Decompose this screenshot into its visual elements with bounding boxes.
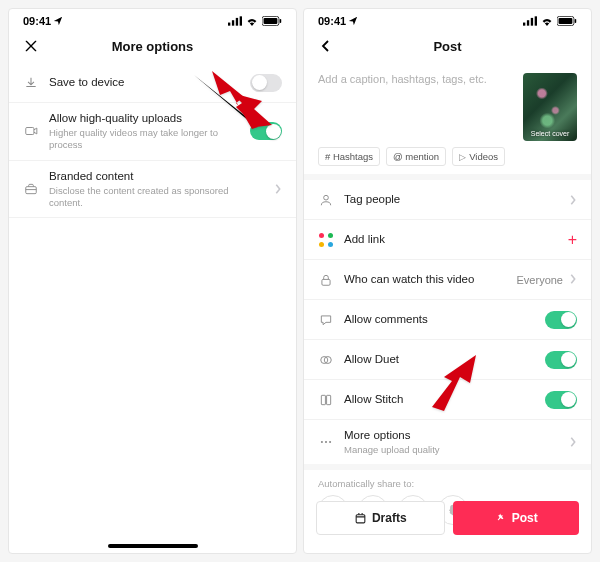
svg-point-18 xyxy=(324,195,329,200)
row-label: Allow Duet xyxy=(344,352,535,367)
status-bar: 09:41 xyxy=(9,9,296,29)
page-title: Post xyxy=(433,39,461,54)
svg-rect-14 xyxy=(535,16,537,25)
row-label: Who can watch this video xyxy=(344,272,507,287)
svg-rect-7 xyxy=(26,128,34,135)
status-time: 09:41 xyxy=(23,15,51,27)
svg-rect-12 xyxy=(527,20,529,25)
row-label: Allow Stitch xyxy=(344,392,535,407)
chevron-right-icon xyxy=(569,436,577,448)
bottom-actions: Drafts Post xyxy=(304,501,591,535)
row-privacy[interactable]: Who can watch this video Everyone xyxy=(304,260,591,300)
chevron-right-icon xyxy=(569,273,577,287)
nav-bar: More options xyxy=(9,29,296,63)
svg-rect-11 xyxy=(523,23,525,26)
row-label: Allow comments xyxy=(344,312,535,327)
briefcase-icon xyxy=(23,181,39,197)
row-label: More options xyxy=(344,428,559,443)
comment-icon xyxy=(318,312,334,328)
play-icon: ▷ xyxy=(459,152,466,162)
svg-point-25 xyxy=(325,441,327,443)
chip-mention[interactable]: @ mention xyxy=(386,147,446,166)
fourdots-icon xyxy=(318,232,334,248)
row-label: Branded content xyxy=(49,169,264,184)
select-cover-button[interactable]: Select cover xyxy=(523,73,577,141)
row-add-link[interactable]: Add link + xyxy=(304,220,591,260)
drafts-icon xyxy=(354,512,367,525)
svg-rect-3 xyxy=(240,16,242,25)
wifi-icon xyxy=(540,16,554,26)
svg-rect-22 xyxy=(321,395,325,404)
row-label: Tag people xyxy=(344,192,559,207)
location-arrow-icon xyxy=(348,16,358,26)
svg-rect-19 xyxy=(322,279,330,285)
suggestion-chips: # Hashtags @ mention ▷Videos xyxy=(304,147,591,174)
phone-more-options: 09:41 More options Save to device xyxy=(8,8,297,554)
toggle-save-device[interactable] xyxy=(250,74,282,92)
row-hq-uploads[interactable]: Allow high-quality uploads Higher qualit… xyxy=(9,103,296,161)
close-icon xyxy=(23,38,39,54)
row-more-options[interactable]: More options Manage upload quality xyxy=(304,420,591,464)
lock-icon xyxy=(318,272,334,288)
options-list: Save to device Allow high-quality upload… xyxy=(9,63,296,553)
svg-rect-23 xyxy=(327,395,331,404)
plus-icon: + xyxy=(568,231,577,249)
drafts-button[interactable]: Drafts xyxy=(316,501,445,535)
row-save-to-device[interactable]: Save to device xyxy=(9,63,296,103)
chip-hashtags[interactable]: # Hashtags xyxy=(318,147,380,166)
share-label: Automatically share to: xyxy=(318,478,577,489)
row-branded-content[interactable]: Branded content Disclose the content cre… xyxy=(9,161,296,219)
svg-rect-31 xyxy=(356,514,365,522)
row-label: Allow high-quality uploads xyxy=(49,111,240,126)
location-arrow-icon xyxy=(53,16,63,26)
svg-point-26 xyxy=(329,441,331,443)
svg-rect-0 xyxy=(228,23,230,26)
toggle-hq-uploads[interactable] xyxy=(250,122,282,140)
status-bar: 09:41 xyxy=(304,9,591,29)
back-button[interactable] xyxy=(314,34,338,58)
cover-label: Select cover xyxy=(531,130,570,141)
video-quality-icon xyxy=(23,123,39,139)
row-allow-duet[interactable]: Allow Duet xyxy=(304,340,591,380)
signal-icon xyxy=(523,16,537,26)
chevron-right-icon xyxy=(569,194,577,206)
chevron-right-icon xyxy=(274,183,282,195)
signal-icon xyxy=(228,16,242,26)
battery-icon xyxy=(557,16,577,26)
row-sublabel: Disclose the content created as sponsore… xyxy=(49,185,264,210)
more-icon xyxy=(318,434,334,450)
row-tag-people[interactable]: Tag people xyxy=(304,180,591,220)
svg-rect-8 xyxy=(26,187,37,194)
svg-rect-6 xyxy=(280,19,282,23)
phone-post: 09:41 Post Add a caption, hashtags, tags… xyxy=(303,8,592,554)
toggle-stitch[interactable] xyxy=(545,391,577,409)
svg-rect-17 xyxy=(575,19,577,23)
download-icon xyxy=(23,75,39,91)
row-allow-comments[interactable]: Allow comments xyxy=(304,300,591,340)
row-allow-stitch[interactable]: Allow Stitch xyxy=(304,380,591,420)
privacy-value: Everyone xyxy=(517,274,563,286)
toggle-duet[interactable] xyxy=(545,351,577,369)
toggle-comments[interactable] xyxy=(545,311,577,329)
home-indicator xyxy=(108,544,198,548)
button-label: Drafts xyxy=(372,511,407,525)
stitch-icon xyxy=(318,392,334,408)
svg-rect-5 xyxy=(264,18,278,24)
chip-videos[interactable]: ▷Videos xyxy=(452,147,505,166)
caption-area: Add a caption, hashtags, tags, etc. Sele… xyxy=(304,63,591,147)
close-button[interactable] xyxy=(19,34,43,58)
svg-rect-1 xyxy=(232,20,234,25)
post-icon xyxy=(494,512,507,525)
svg-rect-13 xyxy=(531,18,533,26)
button-label: Post xyxy=(512,511,538,525)
person-icon xyxy=(318,192,334,208)
svg-rect-2 xyxy=(236,18,238,26)
page-title: More options xyxy=(112,39,194,54)
nav-bar: Post xyxy=(304,29,591,63)
caption-input[interactable]: Add a caption, hashtags, tags, etc. xyxy=(318,73,515,141)
status-time: 09:41 xyxy=(318,15,346,27)
post-button[interactable]: Post xyxy=(453,501,580,535)
chevron-left-icon xyxy=(319,39,333,53)
battery-icon xyxy=(262,16,282,26)
svg-rect-16 xyxy=(559,18,573,24)
